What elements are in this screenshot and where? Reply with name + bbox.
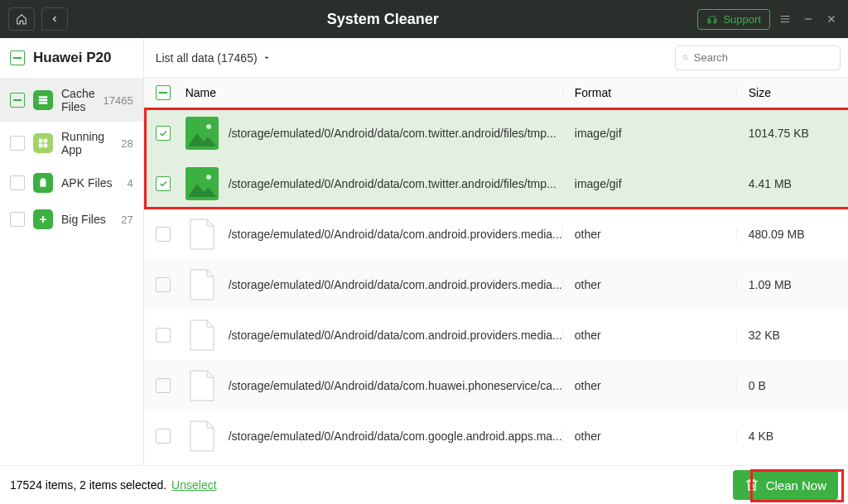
row-size: 4.41 MB [736, 177, 848, 190]
sidebar-item-cache-files[interactable]: Cache Files17465 [0, 79, 143, 122]
table-row[interactable]: /storage/emulated/0/Android/data/com.hua… [144, 360, 848, 410]
back-button[interactable] [41, 7, 68, 31]
svg-rect-5 [39, 144, 43, 148]
close-button[interactable] [823, 11, 840, 27]
sidebar-checkbox[interactable] [10, 212, 25, 227]
table-body: /storage/emulated/0/Android/data/com.twi… [144, 108, 848, 465]
close-icon [826, 13, 837, 25]
row-format: other [562, 329, 736, 342]
minimize-button[interactable] [800, 11, 817, 27]
app-title: System Cleaner [68, 11, 697, 28]
status-text: 17524 items, 2 items selected. [10, 478, 166, 492]
minimize-icon [802, 13, 814, 25]
table-row[interactable]: /storage/emulated/0/Android/data/com.and… [144, 209, 848, 259]
select-all-checkbox[interactable] [156, 85, 171, 100]
row-size: 1014.75 KB [736, 127, 848, 140]
row-checkbox[interactable] [156, 378, 171, 393]
menu-button[interactable] [777, 11, 793, 27]
svg-point-11 [206, 124, 211, 129]
svg-point-13 [206, 175, 211, 180]
row-path: /storage/emulated/0/Android/data/com.twi… [229, 177, 556, 190]
device-name: Huawei P20 [33, 50, 112, 66]
svg-point-9 [683, 55, 687, 60]
search-icon [682, 52, 689, 64]
headset-icon [706, 13, 718, 25]
file-thumb-icon [186, 420, 219, 453]
row-checkbox[interactable] [156, 277, 171, 292]
svg-point-8 [44, 180, 45, 180]
row-checkbox[interactable] [156, 328, 171, 343]
row-format: image/gif [562, 127, 736, 140]
row-size: 0 B [736, 379, 848, 392]
svg-point-7 [41, 180, 42, 180]
row-format: other [562, 379, 736, 392]
sidebar-checkbox[interactable] [10, 175, 25, 190]
row-path: /storage/emulated/0/Android/data/com.goo… [229, 430, 562, 443]
row-checkbox[interactable] [156, 227, 171, 242]
unselect-link[interactable]: Unselect [171, 478, 216, 492]
sidebar-item-label: Cache Files [61, 87, 94, 113]
support-label: Support [723, 13, 761, 26]
footer: 17524 items, 2 items selected. Unselect … [0, 465, 848, 504]
support-button[interactable]: Support [697, 9, 770, 30]
home-button[interactable] [8, 7, 35, 31]
col-name-header[interactable]: Name [182, 86, 562, 99]
row-path: /storage/emulated/0/Android/data/com.and… [229, 278, 562, 291]
search-box[interactable] [675, 46, 841, 70]
table-header: Name Format Size [144, 78, 848, 108]
table-row[interactable]: /storage/emulated/0/Android/data/com.and… [144, 259, 848, 310]
file-thumb-icon [186, 369, 219, 402]
table-row[interactable]: /storage/emulated/0/Android/data/com.twi… [144, 158, 848, 209]
image-thumb-icon [186, 167, 219, 200]
clean-label: Clean Now [766, 478, 826, 492]
row-checkbox[interactable] [156, 429, 171, 444]
svg-rect-1 [39, 99, 48, 101]
col-size-header[interactable]: Size [736, 86, 848, 99]
row-format: other [562, 430, 736, 443]
row-size: 32 KB [736, 329, 848, 342]
sidebar-item-count: 17465 [103, 94, 132, 107]
svg-rect-4 [44, 139, 48, 143]
search-input[interactable] [694, 51, 833, 64]
sidebar-checkbox[interactable] [10, 93, 25, 108]
table-row[interactable]: /storage/emulated/0/Android/data/com.goo… [144, 410, 848, 461]
row-path: /storage/emulated/0/Android/data/com.twi… [229, 127, 556, 140]
row-checkbox[interactable] [156, 126, 171, 141]
row-size: 480.09 MB [736, 228, 848, 241]
device-checkbox[interactable] [10, 50, 25, 65]
chevron-down-icon [263, 54, 271, 62]
image-thumb-icon [186, 117, 219, 150]
sidebar-item-count: 4 [127, 177, 132, 190]
device-header: Huawei P20 [0, 38, 143, 79]
table-row[interactable]: /storage/emulated/0/Android/data/com.and… [144, 310, 848, 360]
filter-label: List all data (17465) [156, 51, 258, 65]
row-checkbox[interactable] [156, 176, 171, 191]
file-thumb-icon [186, 218, 219, 251]
row-path: /storage/emulated/0/Android/data/com.hua… [229, 379, 562, 392]
toolbar: List all data (17465) [144, 38, 848, 78]
titlebar: System Cleaner Support [0, 0, 848, 38]
row-size: 4 KB [736, 430, 848, 443]
table-row[interactable]: /storage/emulated/0/Android/data/com.twi… [144, 108, 848, 158]
trash-icon [744, 478, 759, 492]
sidebar-item-running-app[interactable]: Running App28 [0, 122, 143, 165]
file-thumb-icon [186, 268, 219, 301]
filter-dropdown[interactable]: List all data (17465) [156, 51, 271, 65]
row-format: other [562, 278, 736, 291]
svg-rect-6 [44, 144, 48, 148]
sidebar-item-count: 27 [121, 214, 132, 226]
sidebar-item-label: APK Files [61, 176, 112, 190]
sidebar-item-big-files[interactable]: Big Files27 [0, 201, 143, 238]
menu-icon [778, 13, 792, 25]
sidebar-item-count: 28 [121, 137, 132, 150]
main-panel: List all data (17465) Name Format Size /… [144, 38, 848, 465]
clean-now-button[interactable]: Clean Now [733, 470, 838, 500]
svg-rect-2 [39, 102, 48, 103]
sidebar-checkbox[interactable] [10, 136, 25, 151]
svg-rect-3 [39, 139, 43, 143]
col-format-header[interactable]: Format [562, 86, 736, 99]
row-size: 1.09 MB [736, 278, 848, 291]
row-path: /storage/emulated/0/Android/data/com.and… [229, 228, 562, 241]
sidebar-item-apk-files[interactable]: APK Files4 [0, 165, 143, 201]
row-format: other [562, 228, 736, 241]
